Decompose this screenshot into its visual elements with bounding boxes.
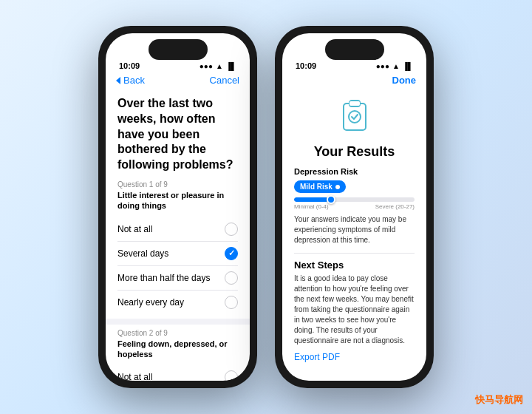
status-icons-right: ●●● ▲ ▐▌: [376, 62, 413, 70]
bar-min-label: Minimal (0-4): [294, 203, 329, 210]
status-bar-left: 10:09 ●●● ▲ ▐▌: [106, 60, 250, 73]
status-time-right: 10:09: [296, 61, 316, 70]
scroll-content-right: Your Results Depression Risk Mild Risk: [282, 90, 426, 381]
signal-icon: ●●●: [200, 62, 213, 70]
export-pdf-button[interactable]: Export PDF: [294, 352, 415, 362]
depression-risk-label: Depression Risk: [294, 167, 415, 176]
option-label: Not at all: [117, 224, 152, 234]
option-row[interactable]: Not at all: [117, 217, 238, 242]
risk-badge-dot: [335, 185, 340, 189]
question-text-2: Feeling down, depressed, or hopeless: [117, 339, 238, 360]
clipboard-icon: [336, 98, 373, 135]
question-text-1: Little interest or pleasure in doing thi…: [117, 190, 238, 211]
option-label: Several days: [117, 248, 168, 259]
section-divider: [106, 319, 250, 325]
question-label-2: Question 2 of 9: [117, 329, 238, 337]
chevron-left-icon: [116, 77, 120, 84]
risk-section: Depression Risk Mild Risk Minimal (0-4) …: [294, 167, 415, 245]
radio-nearly-every-q1[interactable]: [225, 296, 238, 309]
battery-icon: ▐▌: [226, 62, 236, 70]
risk-bar-container: Minimal (0-4) Severe (20-27): [294, 197, 415, 210]
nav-bar-right: Done: [282, 73, 426, 90]
watermark: 快马导航网: [475, 393, 523, 407]
question-header: Over the last two weeks, how often have …: [106, 90, 250, 180]
option-label: Nearly every day: [117, 297, 184, 308]
risk-badge-label: Mild Risk: [300, 183, 332, 191]
next-steps-text: It is a good idea to pay close attention…: [294, 274, 415, 346]
question-section-1: Question 1 of 9 Little interest or pleas…: [106, 180, 250, 314]
main-question-title: Over the last two weeks, how often have …: [117, 96, 238, 173]
radio-more-half-q1[interactable]: [225, 271, 238, 285]
next-steps-title: Next Steps: [294, 259, 415, 271]
left-phone: 10:09 ●●● ▲ ▐▌ Back Cancel Over the last…: [98, 26, 257, 388]
svg-point-3: [349, 111, 361, 123]
risk-bar-fill: [294, 197, 328, 202]
question-section-2: Question 2 of 9 Feeling down, depressed,…: [106, 329, 250, 381]
wifi-icon: ▲: [216, 62, 223, 70]
option-label: Not at all: [117, 372, 152, 381]
battery-icon-right: ▐▌: [403, 62, 413, 70]
back-label: Back: [123, 75, 145, 86]
results-title: Your Results: [282, 144, 426, 167]
left-phone-screen: 10:09 ●●● ▲ ▐▌ Back Cancel Over the last…: [106, 33, 250, 381]
status-time-left: 10:09: [119, 61, 140, 70]
wifi-icon-right: ▲: [392, 62, 400, 70]
dynamic-island-right: [325, 39, 384, 60]
option-label: More than half the days: [117, 273, 210, 283]
risk-badge: Mild Risk: [294, 180, 346, 193]
results-content: Depression Risk Mild Risk Minimal (0-4) …: [282, 167, 426, 362]
status-bar-right: 10:09 ●●● ▲ ▐▌: [282, 60, 426, 73]
radio-several-days-q1[interactable]: [225, 247, 238, 260]
results-icon: [282, 90, 426, 144]
cancel-button[interactable]: Cancel: [210, 75, 239, 86]
right-phone: 10:09 ●●● ▲ ▐▌ Done Your Results: [275, 26, 434, 388]
risk-description: Your answers indicate you may be experie…: [294, 214, 415, 245]
option-row[interactable]: More than half the days: [117, 266, 238, 291]
svg-rect-2: [349, 101, 360, 106]
right-phone-screen: 10:09 ●●● ▲ ▐▌ Done Your Results: [282, 33, 426, 381]
done-button[interactable]: Done: [392, 75, 417, 86]
scroll-content-left: Over the last two weeks, how often have …: [106, 90, 250, 381]
nav-bar-left: Back Cancel: [106, 73, 250, 90]
dynamic-island-left: [149, 39, 208, 60]
back-button[interactable]: Back: [116, 75, 145, 86]
option-row[interactable]: Not at all: [117, 365, 238, 381]
radio-not-at-all-q2[interactable]: [225, 370, 238, 381]
next-steps-divider: [294, 253, 415, 254]
radio-not-at-all-q1[interactable]: [225, 223, 238, 236]
status-icons-left: ●●● ▲ ▐▌: [200, 62, 236, 70]
option-row[interactable]: Nearly every day: [117, 291, 238, 314]
question-label-1: Question 1 of 9: [117, 180, 238, 189]
signal-icon-right: ●●●: [376, 62, 389, 70]
svg-rect-0: [344, 104, 366, 130]
option-row[interactable]: Several days: [117, 242, 238, 266]
risk-bar-labels: Minimal (0-4) Severe (20-27): [294, 203, 415, 210]
risk-bar-track: [294, 197, 415, 202]
risk-bar-indicator: [327, 195, 335, 204]
bar-max-label: Severe (20-27): [375, 203, 415, 210]
